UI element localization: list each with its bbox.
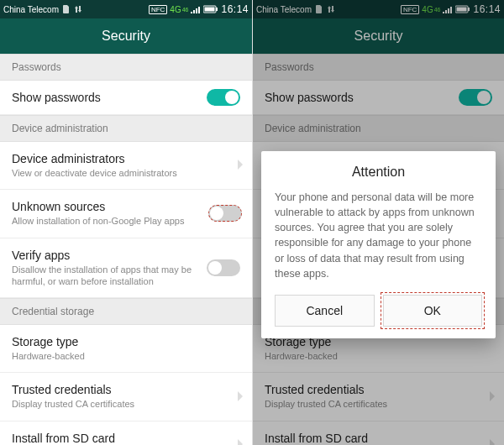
page-title: Security bbox=[354, 29, 403, 44]
row-trusted-credentials[interactable]: Trusted credentials Display trusted CA c… bbox=[0, 373, 252, 421]
row-subtitle: Hardware-backed bbox=[265, 350, 492, 362]
page-title: Security bbox=[102, 29, 150, 44]
section-credential-storage: Credential storage bbox=[0, 298, 252, 325]
row-title: Verify apps bbox=[12, 249, 240, 262]
toggle-unknown-sources[interactable] bbox=[208, 205, 242, 222]
row-title: Device administrators bbox=[12, 152, 240, 165]
svg-rect-2 bbox=[216, 8, 218, 11]
row-title: Storage type bbox=[12, 335, 240, 348]
battery-icon bbox=[203, 5, 218, 13]
section-device-admin: Device administration bbox=[253, 115, 504, 142]
dialog-buttons: Cancel OK bbox=[275, 295, 482, 327]
chevron-right-icon bbox=[489, 390, 496, 405]
row-unknown-sources[interactable]: Unknown sources Allow installation of no… bbox=[0, 190, 252, 238]
row-subtitle: Display trusted CA certificates bbox=[265, 398, 492, 410]
titlebar: Security bbox=[0, 18, 252, 54]
signal-icon bbox=[443, 5, 453, 13]
clock: 16:14 bbox=[473, 3, 501, 15]
section-passwords: Passwords bbox=[0, 54, 252, 81]
chevron-right-icon bbox=[489, 437, 496, 445]
sim-icon bbox=[62, 5, 71, 13]
status-bar: China Telecom NFC 4G46 16:14 bbox=[253, 0, 504, 18]
chevron-right-icon bbox=[237, 158, 244, 173]
row-show-passwords[interactable]: Show passwords bbox=[0, 81, 252, 115]
toggle-show-passwords[interactable] bbox=[207, 89, 240, 106]
toggle-show-passwords bbox=[459, 89, 492, 106]
ok-button[interactable]: OK bbox=[383, 295, 483, 327]
updown-icon bbox=[74, 5, 82, 13]
titlebar: Security bbox=[253, 18, 504, 54]
nfc-badge: NFC bbox=[149, 5, 167, 14]
row-subtitle: View or deactivate device administrators bbox=[12, 167, 240, 179]
row-title: Trusted credentials bbox=[12, 383, 240, 396]
row-verify-apps[interactable]: Verify apps Disallow the installation of… bbox=[0, 238, 252, 299]
updown-icon bbox=[327, 5, 335, 13]
row-subtitle: Display trusted CA certificates bbox=[12, 398, 240, 410]
toggle-verify-apps[interactable] bbox=[207, 259, 240, 276]
chevron-right-icon bbox=[237, 437, 244, 445]
dialog-title: Attention bbox=[275, 165, 482, 180]
svg-rect-1 bbox=[205, 8, 215, 12]
chevron-right-icon bbox=[237, 390, 244, 405]
svg-rect-4 bbox=[457, 8, 467, 12]
row-subtitle: Allow installation of non-Google Play ap… bbox=[12, 215, 240, 227]
row-install-from-sd: Install from SD card Install certificate… bbox=[253, 421, 504, 445]
row-title: Install from SD card bbox=[265, 432, 492, 445]
row-install-from-sd[interactable]: Install from SD card Install certificate… bbox=[0, 421, 252, 445]
clock: 16:14 bbox=[221, 3, 249, 15]
row-show-passwords: Show passwords bbox=[253, 81, 504, 115]
dialog-attention: Attention Your phone and personal data w… bbox=[261, 151, 496, 338]
settings-list: Passwords Show passwords Device administ… bbox=[0, 54, 252, 445]
phone-left: China Telecom NFC 4G46 16:14 Security Pa… bbox=[0, 0, 252, 445]
svg-rect-5 bbox=[468, 8, 470, 11]
carrier-label: China Telecom bbox=[3, 5, 59, 14]
network-indicator: 4G46 bbox=[422, 5, 440, 14]
row-title: Unknown sources bbox=[12, 200, 240, 213]
cancel-button[interactable]: Cancel bbox=[275, 295, 375, 327]
status-bar: China Telecom NFC 4G46 16:14 bbox=[0, 0, 252, 18]
carrier-label: China Telecom bbox=[256, 5, 312, 14]
sim-icon bbox=[315, 5, 323, 13]
row-title: Trusted credentials bbox=[265, 383, 492, 396]
row-storage-type[interactable]: Storage type Hardware-backed bbox=[0, 325, 252, 373]
row-title: Install from SD card bbox=[12, 432, 240, 445]
phone-right: China Telecom NFC 4G46 16:14 Security Pa… bbox=[252, 0, 504, 445]
row-device-administrators[interactable]: Device administrators View or deactivate… bbox=[0, 142, 252, 190]
network-indicator: 4G46 bbox=[170, 5, 188, 14]
row-title: Show passwords bbox=[265, 91, 492, 104]
row-subtitle: Hardware-backed bbox=[12, 350, 240, 362]
section-passwords: Passwords bbox=[253, 54, 504, 81]
signal-icon bbox=[191, 5, 201, 13]
section-device-admin: Device administration bbox=[0, 115, 252, 142]
battery-icon bbox=[455, 5, 470, 13]
nfc-badge: NFC bbox=[401, 5, 419, 14]
row-trusted-credentials: Trusted credentials Display trusted CA c… bbox=[253, 373, 504, 421]
dialog-body: Your phone and personal data will be mor… bbox=[275, 190, 482, 281]
